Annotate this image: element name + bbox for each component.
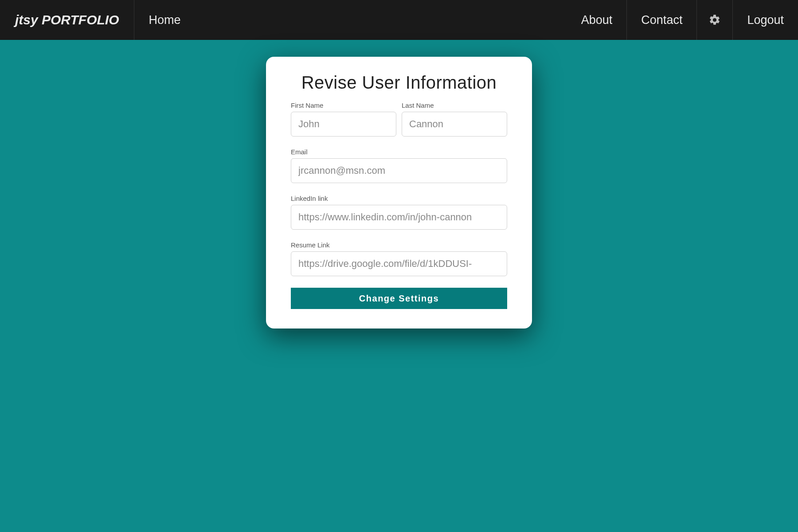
last-name-input[interactable] [402, 112, 507, 137]
resume-label: Resume Link [291, 241, 507, 249]
top-navbar: jtsy PORTFOLIO Home About Contact Logout [0, 0, 798, 40]
nav-logout[interactable]: Logout [733, 0, 798, 40]
last-name-label: Last Name [402, 102, 507, 109]
card-title: Revise User Information [291, 73, 507, 93]
gear-icon [708, 14, 721, 26]
email-input[interactable] [291, 158, 507, 183]
change-settings-button[interactable]: Change Settings [291, 288, 507, 309]
first-name-label: First Name [291, 102, 396, 109]
first-name-input[interactable] [291, 112, 396, 137]
nav-about[interactable]: About [567, 0, 627, 40]
nav-contact[interactable]: Contact [627, 0, 697, 40]
email-label: Email [291, 148, 507, 156]
brand-logo[interactable]: jtsy PORTFOLIO [0, 0, 134, 40]
settings-card: Revise User Information First Name Last … [266, 57, 532, 329]
nav-home[interactable]: Home [134, 0, 195, 40]
linkedin-input[interactable] [291, 205, 507, 230]
nav-settings[interactable] [697, 0, 733, 40]
linkedin-label: LinkedIn link [291, 195, 507, 202]
resume-input[interactable] [291, 251, 507, 276]
page-body: Revise User Information First Name Last … [0, 40, 798, 532]
